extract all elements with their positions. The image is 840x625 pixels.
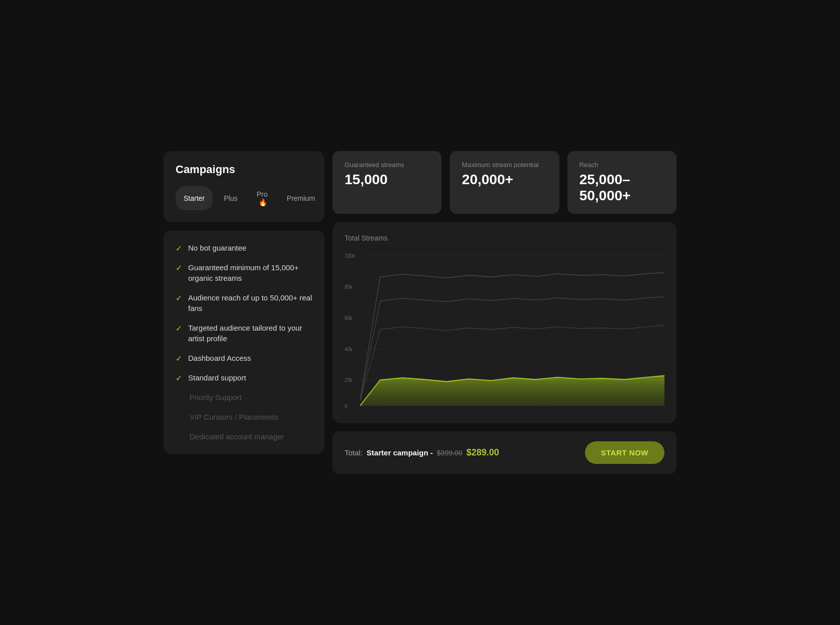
svg-text:1d: 1d (373, 410, 378, 411)
feature-text: Targeted audience tailored to your artis… (188, 323, 312, 344)
tab-starter[interactable]: Starter (176, 186, 213, 210)
feature-text-disabled: VIP Curators / Placements (190, 412, 278, 422)
svg-text:40k: 40k (345, 346, 353, 352)
tab-plus[interactable]: Plus (216, 186, 245, 210)
stat-value: 20,000+ (462, 172, 547, 188)
svg-text:25d: 25d (590, 410, 598, 411)
feature-text: Guaranteed minimum of 15,000+ organic st… (188, 262, 312, 283)
chart-area: 100k 80k 60k 40k 20k 0 (345, 250, 664, 411)
feature-audience-reach: ✓ Audience reach of up to 50,000+ real f… (176, 292, 312, 314)
total-info: Total: Starter campaign - $399.00 $289.0… (345, 447, 499, 458)
campaign-name: Starter campaign - (367, 448, 433, 457)
stat-max-potential: Maximum stream potential 20,000+ (450, 151, 559, 214)
feature-text-disabled: Priority Support (190, 392, 241, 403)
feature-text: Audience reach of up to 50,000+ real fan… (188, 292, 312, 314)
start-now-button[interactable]: START NOW (585, 441, 664, 464)
fire-icon: 🔥 (259, 198, 267, 206)
chart-svg: 100k 80k 60k 40k 20k 0 (345, 250, 664, 411)
feature-dashboard-access: ✓ Dashboard Access (176, 353, 312, 363)
svg-text:10d: 10d (456, 410, 464, 411)
campaigns-card: Campaigns Starter Plus Pro 🔥 Premium (163, 151, 324, 222)
stats-row: Guaranteed streams 15,000 Maximum stream… (332, 151, 677, 214)
feature-vip-curators: VIP Curators / Placements (176, 412, 312, 422)
feature-standard-support: ✓ Standard support (176, 372, 312, 383)
bottom-bar: Total: Starter campaign - $399.00 $289.0… (332, 431, 677, 474)
feature-text: Dashboard Access (188, 353, 251, 363)
svg-text:30d: 30d (634, 410, 642, 411)
feature-text: Standard support (188, 372, 246, 383)
feature-guaranteed-streams: ✓ Guaranteed minimum of 15,000+ organic … (176, 262, 312, 283)
svg-text:20k: 20k (345, 377, 353, 383)
stat-value: 25,000–50,000+ (579, 172, 664, 204)
stat-value: 15,000 (345, 172, 430, 188)
svg-text:60k: 60k (345, 315, 353, 321)
check-icon: ✓ (176, 293, 182, 303)
stat-guaranteed-streams: Guaranteed streams 15,000 (332, 151, 442, 214)
stat-label: Reach (579, 161, 664, 169)
chart-title: Total Streams (345, 234, 664, 242)
features-card: ✓ No bot guarantee ✓ Guaranteed minimum … (163, 230, 324, 454)
svg-text:0: 0 (345, 403, 347, 409)
svg-text:20d: 20d (545, 410, 553, 411)
svg-text:80k: 80k (345, 283, 353, 290)
original-price: $399.00 (437, 449, 463, 457)
tab-premium[interactable]: Premium (279, 186, 323, 210)
feature-account-manager: Dedicated account manager (176, 431, 312, 442)
stat-label: Maximum stream potential (462, 161, 547, 169)
discounted-price: $289.00 (466, 447, 499, 458)
check-icon: ✓ (176, 244, 182, 253)
check-icon: ✓ (176, 263, 182, 273)
left-panel: Campaigns Starter Plus Pro 🔥 Premium ✓ N… (163, 151, 324, 474)
feature-text-disabled: Dedicated account manager (190, 431, 284, 442)
feature-text: No bot guarantee (188, 243, 246, 253)
check-icon: ✓ (176, 324, 182, 333)
page-container: Campaigns Starter Plus Pro 🔥 Premium ✓ N… (143, 131, 697, 494)
check-icon: ✓ (176, 354, 182, 363)
svg-text:100k: 100k (345, 252, 356, 259)
svg-text:15d: 15d (500, 410, 509, 411)
tab-group: Starter Plus Pro 🔥 Premium (176, 186, 312, 210)
campaigns-title: Campaigns (176, 163, 312, 176)
chart-card: Total Streams 100k 80k 60k 40k 20k 0 (332, 222, 677, 423)
feature-targeted-audience: ✓ Targeted audience tailored to your art… (176, 323, 312, 344)
svg-marker-12 (360, 376, 664, 406)
stat-reach: Reach 25,000–50,000+ (567, 151, 677, 214)
right-panel: Guaranteed streams 15,000 Maximum stream… (332, 151, 677, 474)
feature-no-bot: ✓ No bot guarantee (176, 243, 312, 253)
total-label: Total: (345, 448, 363, 457)
feature-priority-support: Priority Support (176, 392, 312, 403)
stat-label: Guaranteed streams (345, 161, 430, 169)
tab-pro[interactable]: Pro 🔥 (248, 186, 276, 210)
check-icon: ✓ (176, 373, 182, 383)
svg-text:5d: 5d (413, 410, 418, 411)
